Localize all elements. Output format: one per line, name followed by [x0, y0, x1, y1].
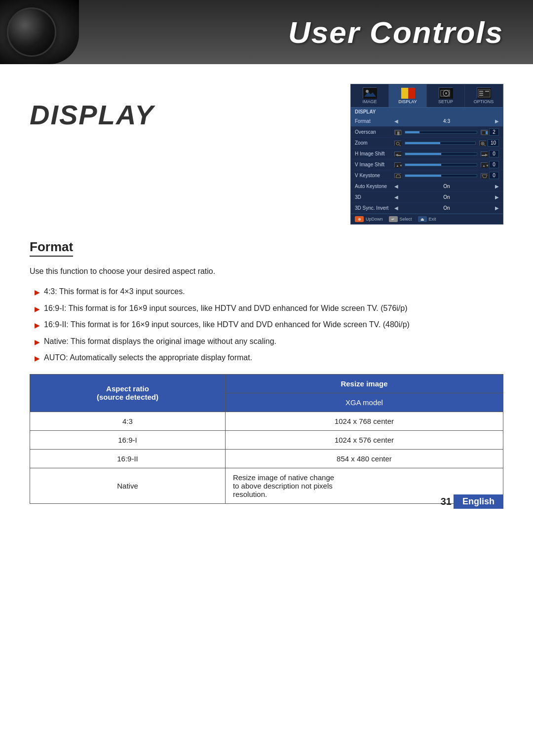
osd-section-header: DISPLAY	[351, 108, 503, 116]
display-tab-label: DISPLAY	[398, 99, 417, 104]
overscan-controls: ▐▌ 2	[394, 128, 499, 136]
svg-rect-3	[401, 88, 408, 99]
zoom-slider[interactable]	[405, 142, 476, 145]
osd-tab-display[interactable]: DISPLAY	[389, 84, 427, 107]
format-right-arrow: ▶	[495, 118, 499, 124]
table-row-native: Native Resize image of native changeto a…	[30, 468, 503, 503]
svg-rect-21	[395, 141, 402, 146]
3d-value: On	[400, 194, 494, 200]
svg-rect-11	[479, 91, 483, 92]
bullet-arrow-3: ▶	[35, 320, 40, 331]
format-controls: ◀ 4:3 ▶	[394, 118, 499, 124]
page-title: User Controls	[288, 15, 503, 50]
osd-row-auto-keystone[interactable]: Auto Keystone ◀ On ▶	[351, 181, 503, 192]
aspect-169i: 16:9-I	[30, 430, 226, 449]
osd-label-format: Format	[355, 118, 394, 124]
osd-row-v-keystone[interactable]: V Keystone 0	[351, 170, 503, 181]
svg-text:◀▬: ◀▬	[395, 153, 401, 156]
auto-keystone-left-arrow: ◀	[394, 184, 398, 189]
osd-row-overscan[interactable]: Overscan ▐▌ 2	[351, 127, 503, 138]
h-shift-left-icon: ◀▬	[394, 151, 401, 156]
3d-sync-right-arrow: ▶	[495, 205, 499, 211]
section-heading: Format	[30, 239, 73, 257]
osd-label-3d: 3D	[355, 194, 394, 200]
display-section-label: DISPLAY	[30, 99, 154, 131]
bullet-text-2: 16:9-I: This format is for 16×9 input so…	[44, 302, 408, 315]
image-tab-label: IMAGE	[362, 99, 377, 104]
exit-icon: ⏏	[418, 216, 427, 222]
intro-text: Use this function to choose your desired…	[30, 265, 503, 277]
updown-icon: ⊕	[355, 216, 364, 222]
page-footer: 31 English	[441, 494, 503, 509]
updown-label: UpDown	[366, 217, 383, 222]
svg-rect-0	[363, 88, 377, 99]
bullet-arrow-4: ▶	[35, 337, 40, 347]
osd-tab-bar: IMAGE DISPLAY	[351, 84, 503, 108]
lens-decoration	[0, 0, 79, 64]
osd-label-v-keystone: V Keystone	[355, 173, 394, 178]
3d-controls: ◀ On ▶	[394, 194, 499, 200]
bullet-text-4: Native: This format displays the origina…	[44, 335, 276, 348]
v-shift-slider[interactable]	[405, 163, 477, 166]
osd-row-3d-sync[interactable]: 3D Sync. Invert ◀ On ▶	[351, 203, 503, 214]
table-row-43: 4:3 1024 x 768 center	[30, 412, 503, 430]
page-language: English	[454, 494, 503, 509]
osd-label-overscan: Overscan	[355, 129, 394, 135]
3d-left-arrow: ◀	[394, 194, 398, 200]
osd-label-h-shift: H Image Shift	[355, 151, 394, 156]
bullet-text-5: AUTO: Automatically selects the appropri…	[44, 351, 252, 364]
osd-row-format[interactable]: Format ◀ 4:3 ▶	[351, 116, 503, 127]
page-header: User Controls	[0, 0, 533, 64]
bullet-item-2: ▶ 16:9-I: This format is for 16×9 input …	[35, 302, 503, 315]
osd-menu: IMAGE DISPLAY	[350, 84, 503, 225]
svg-rect-13	[479, 95, 483, 96]
table-row-169i: 16:9-I 1024 x 576 center	[30, 430, 503, 449]
svg-rect-12	[479, 93, 483, 94]
h-shift-value: 0	[489, 150, 499, 157]
osd-row-h-shift[interactable]: H Image Shift ◀▬ ▬▶ 0	[351, 149, 503, 159]
zoom-right-icon	[479, 141, 486, 146]
osd-label-auto-keystone: Auto Keystone	[355, 184, 394, 189]
bullet-arrow-2: ▶	[35, 303, 40, 314]
format-left-arrow: ◀	[394, 118, 398, 124]
setup-tab-label: SETUP	[438, 99, 453, 104]
osd-tab-setup[interactable]: SETUP	[427, 84, 465, 107]
v-keystone-left-icon	[394, 173, 401, 178]
auto-keystone-controls: ◀ On ▶	[394, 184, 499, 189]
osd-row-v-shift[interactable]: V Image Shift ▲▼ ▲▼ 0	[351, 159, 503, 170]
aspect-43: 4:3	[30, 412, 226, 430]
table-row-169ii: 16:9-II 854 x 480 center	[30, 449, 503, 468]
svg-text:▲▼: ▲▼	[482, 164, 488, 167]
osd-label-v-shift: V Image Shift	[355, 162, 394, 167]
osd-tab-image[interactable]: IMAGE	[351, 84, 389, 107]
format-value: 4:3	[400, 118, 494, 124]
v-shift-controls: ▲▼ ▲▼ 0	[394, 161, 499, 168]
aspect-native: Native	[30, 468, 226, 503]
overscan-value: 2	[489, 128, 499, 136]
setup-tab-icon	[439, 87, 453, 98]
zoom-left-icon	[394, 141, 401, 146]
bullet-arrow-5: ▶	[35, 353, 40, 364]
v-keystone-slider[interactable]	[405, 174, 477, 177]
svg-rect-20	[486, 131, 488, 134]
osd-footer-exit: ⏏ Exit	[418, 216, 436, 222]
overscan-slider[interactable]	[405, 131, 477, 134]
resize-169i: 1024 x 576 center	[225, 430, 503, 449]
v-keystone-value: 0	[489, 172, 499, 179]
svg-text:▲▼: ▲▼	[396, 164, 402, 167]
display-tab-icon	[401, 87, 415, 98]
format-section: Format Use this function to choose your …	[30, 239, 503, 504]
h-shift-slider[interactable]	[405, 152, 477, 155]
v-keystone-controls: 0	[394, 172, 499, 179]
zoom-controls: 10	[394, 139, 499, 147]
3d-right-arrow: ▶	[495, 194, 499, 200]
osd-row-zoom[interactable]: Zoom 10	[351, 138, 503, 149]
osd-label-3d-sync: 3D Sync. Invert	[355, 205, 394, 211]
osd-tab-options[interactable]: OPTIONS	[465, 84, 503, 107]
table-header-xga: XGA model	[225, 393, 503, 412]
osd-row-3d[interactable]: 3D ◀ On ▶	[351, 192, 503, 203]
table-header-resize: Resize image	[225, 374, 503, 393]
bullet-text-1: 4:3: This format is for 4×3 input source…	[44, 285, 185, 298]
overscan-right-icon	[481, 130, 488, 135]
3d-sync-value: On	[400, 205, 494, 211]
